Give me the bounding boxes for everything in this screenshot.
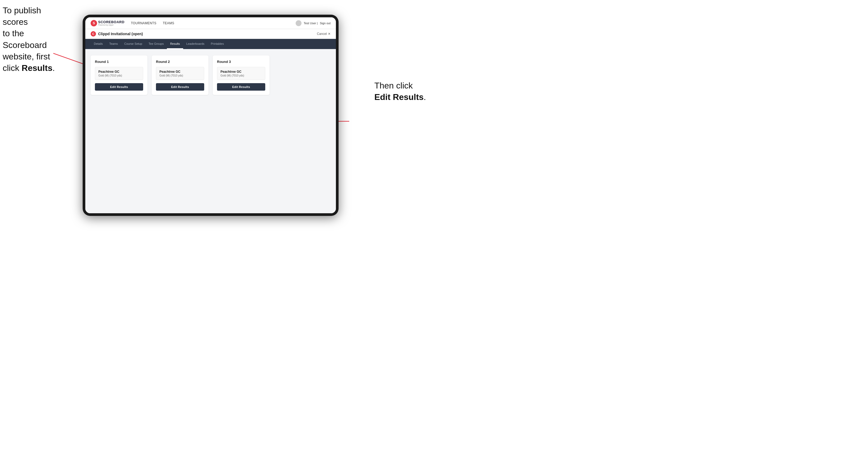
nav-tournaments[interactable]: TOURNAMENTS bbox=[131, 21, 156, 25]
tournament-header: C Clippd Invitational (open) Cancel ✕ bbox=[85, 29, 336, 39]
round-3-course-card: Peachtree GC Gold (M) (7010 yds) bbox=[217, 67, 265, 80]
round-1-course-name: Peachtree GC bbox=[98, 70, 140, 73]
user-area: Test User | Sign out bbox=[296, 20, 331, 26]
nav-links: TOURNAMENTS TEAMS bbox=[131, 21, 296, 25]
round-3-card: Round 3 Peachtree GC Gold (M) (7010 yds)… bbox=[213, 56, 270, 95]
round-2-edit-results-button[interactable]: Edit Results bbox=[156, 83, 204, 91]
user-avatar bbox=[296, 20, 302, 26]
annotation-right: Then click Edit Results. bbox=[374, 80, 426, 103]
logo-text-block: SCOREBOARD Powered by clippd bbox=[98, 20, 124, 26]
round-2-title: Round 2 bbox=[156, 60, 204, 64]
user-label: Test User | bbox=[304, 22, 317, 25]
round-3-edit-results-button[interactable]: Edit Results bbox=[217, 83, 265, 91]
round-3-title: Round 3 bbox=[217, 60, 265, 64]
round-1-card: Round 1 Peachtree GC Gold (M) (7010 yds)… bbox=[91, 56, 148, 95]
round-4-card bbox=[274, 56, 331, 95]
tab-course-setup[interactable]: Course Setup bbox=[121, 39, 145, 49]
tab-printables[interactable]: Printables bbox=[208, 39, 227, 49]
content-area: Round 1 Peachtree GC Gold (M) (7010 yds)… bbox=[85, 49, 336, 213]
round-1-course-card: Peachtree GC Gold (M) (7010 yds) bbox=[95, 67, 143, 80]
round-1-edit-results-button[interactable]: Edit Results bbox=[95, 83, 143, 91]
annotation-left-bold: Results bbox=[22, 63, 53, 73]
close-icon: ✕ bbox=[328, 32, 331, 36]
tab-bar: Details Teams Course Setup Tee Groups Re… bbox=[85, 39, 336, 49]
annotation-right-bold: Edit Results bbox=[374, 92, 424, 102]
round-1-course-detail: Gold (M) (7010 yds) bbox=[98, 74, 140, 77]
annotation-right-end: . bbox=[424, 92, 426, 102]
tournament-name: Clippd Invitational (open) bbox=[98, 32, 317, 36]
round-3-course-name: Peachtree GC bbox=[220, 70, 262, 73]
rounds-grid: Round 1 Peachtree GC Gold (M) (7010 yds)… bbox=[91, 56, 331, 95]
annotation-right-line1: Then click bbox=[374, 81, 413, 90]
tablet: S SCOREBOARD Powered by clippd TOURNAMEN… bbox=[83, 15, 339, 216]
annotation-left: To publish scores to the Scoreboard webs… bbox=[3, 5, 67, 74]
tab-leaderboards[interactable]: Leaderboards bbox=[183, 39, 208, 49]
tab-details[interactable]: Details bbox=[91, 39, 106, 49]
topnav: S SCOREBOARD Powered by clippd TOURNAMEN… bbox=[85, 17, 336, 29]
annotation-left-end: . bbox=[53, 63, 55, 73]
logo-area: S SCOREBOARD Powered by clippd bbox=[91, 20, 124, 26]
tablet-screen: S SCOREBOARD Powered by clippd TOURNAMEN… bbox=[85, 17, 336, 213]
logo-text: SCOREBOARD bbox=[98, 20, 124, 24]
round-2-course-card: Peachtree GC Gold (M) (7010 yds) bbox=[156, 67, 204, 80]
round-2-course-name: Peachtree GC bbox=[159, 70, 201, 73]
logo-icon: S bbox=[91, 20, 97, 26]
round-2-course-detail: Gold (M) (7010 yds) bbox=[159, 74, 201, 77]
tab-teams[interactable]: Teams bbox=[106, 39, 121, 49]
round-2-card: Round 2 Peachtree GC Gold (M) (7010 yds)… bbox=[152, 56, 209, 95]
round-3-course-detail: Gold (M) (7010 yds) bbox=[220, 74, 262, 77]
tab-results[interactable]: Results bbox=[167, 39, 183, 49]
tab-tee-groups[interactable]: Tee Groups bbox=[145, 39, 167, 49]
round-1-title: Round 1 bbox=[95, 60, 143, 64]
sign-out-link[interactable]: Sign out bbox=[320, 22, 331, 25]
cancel-label: Cancel bbox=[317, 32, 327, 36]
tournament-c-icon: C bbox=[91, 31, 96, 36]
nav-teams[interactable]: TEAMS bbox=[163, 21, 174, 25]
logo-sub: Powered by clippd bbox=[98, 24, 124, 26]
cancel-button[interactable]: Cancel ✕ bbox=[317, 32, 331, 36]
